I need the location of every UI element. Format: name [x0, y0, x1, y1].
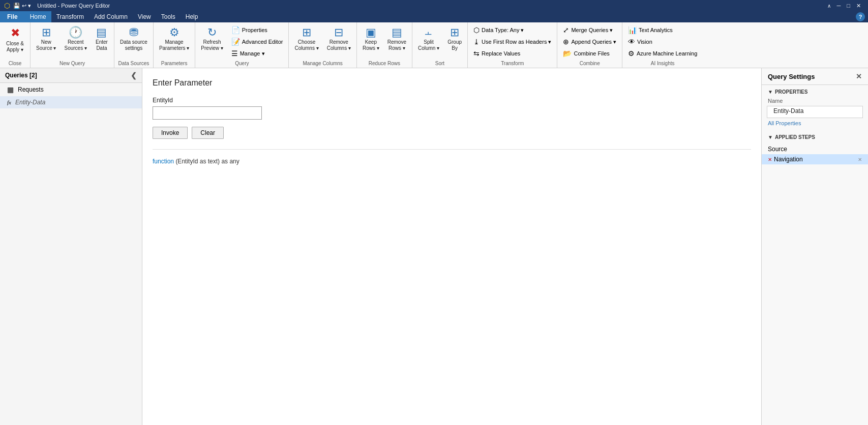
refresh-preview-button[interactable]: ↻ RefreshPreview ▾ [197, 24, 226, 54]
close-apply-label: Close &Apply ▾ [6, 41, 24, 53]
step-source[interactable]: Source [762, 144, 868, 154]
menu-transform[interactable]: Transform [51, 11, 89, 22]
query-item-entity-data[interactable]: fx Entity-Data [0, 96, 142, 108]
split-column-button[interactable]: ⫠ SplitColumn ▾ [414, 24, 443, 54]
query-col: 📄 Properties 📝 Advanced Editor ☰ Manage … [228, 24, 287, 59]
all-properties-link[interactable]: All Properties [762, 119, 868, 130]
refresh-label: RefreshPreview ▾ [201, 39, 223, 51]
choose-columns-button[interactable]: ⊞ ChooseColumns ▾ [291, 24, 322, 54]
close-apply-button[interactable]: ✖ Close &Apply ▾ [2, 24, 28, 55]
advanced-editor-icon: 📝 [231, 38, 240, 46]
ribbon-group-sort: ⫠ SplitColumn ▾ ⊞ GroupBy Sort [412, 22, 468, 68]
clear-button[interactable]: Clear [192, 127, 224, 139]
minimize-button[interactable]: ─ [834, 0, 844, 11]
ribbon-transform-content: ⬡ Data Type: Any ▾ ⤓ Use First Row as He… [470, 24, 555, 59]
menu-home[interactable]: Home [25, 11, 51, 22]
text-analytics-button[interactable]: 📊 Text Analytics [624, 24, 701, 36]
merge-queries-label: Merge Queries ▾ [571, 27, 613, 34]
requests-icon: ▦ [7, 86, 14, 94]
recent-sources-button[interactable]: 🕐 RecentSources ▾ [61, 24, 90, 54]
step-error-icon: ✕ [768, 157, 772, 162]
manage-parameters-button[interactable]: ⚙ ManageParameters ▾ [156, 24, 193, 54]
entity-data-label: Entity-Data [15, 99, 45, 106]
ribbon-label-sort: Sort [414, 59, 465, 68]
close-button[interactable]: ✕ [853, 0, 864, 11]
manage-parameters-label: ManageParameters ▾ [159, 39, 189, 51]
azure-ml-label: Azure Machine Learning [637, 50, 697, 56]
data-type-label: Data Type: Any ▾ [482, 27, 524, 34]
combine-col: ⤢ Merge Queries ▾ ⊕ Append Queries ▾ 📂 C… [559, 24, 620, 59]
combine-files-button[interactable]: 📂 Combine Files [559, 48, 620, 59]
manage-parameters-icon: ⚙ [169, 27, 179, 38]
advanced-editor-button[interactable]: 📝 Advanced Editor [228, 36, 287, 47]
ribbon-group-parameters: ⚙ ManageParameters ▾ Parameters [154, 22, 195, 68]
ribbon-group-manage-columns: ⊞ ChooseColumns ▾ ⊟ RemoveColumns ▾ Mana… [289, 22, 357, 68]
qs-name-label: Name [762, 97, 868, 105]
collapse-sidebar-button[interactable]: ❮ [131, 71, 137, 79]
vision-icon: 👁 [628, 38, 635, 46]
keep-rows-label: KeepRows ▾ [363, 39, 379, 51]
enter-parameter-title: Enter Parameter [153, 78, 751, 88]
remove-rows-button[interactable]: ▤ RemoveRows ▾ [384, 24, 410, 54]
ribbon: ✖ Close &Apply ▾ Close ⊞ NewSource ▾ 🕐 R… [0, 22, 868, 68]
data-source-settings-button[interactable]: ⛃ Data sourcesettings [116, 24, 151, 54]
function-keyword: function [153, 158, 174, 165]
step-navigation[interactable]: ✕ Navigation ✕ [762, 154, 868, 164]
requests-label: Requests [18, 86, 44, 93]
queries-title: Queries [2] [5, 72, 37, 79]
ribbon-group-transform: ⬡ Data Type: Any ▾ ⤓ Use First Row as He… [468, 22, 557, 68]
vision-button[interactable]: 👁 Vision [624, 36, 701, 47]
use-first-row-button[interactable]: ⤓ Use First Row as Headers ▾ [470, 36, 555, 47]
properties-icon: 📄 [231, 26, 240, 34]
queries-sidebar: Queries [2] ❮ ▦ Requests fx Entity-Data [0, 68, 142, 425]
help-icon[interactable]: ? [856, 12, 865, 21]
applied-steps-section-label: APPLIED STEPS [775, 134, 815, 140]
menu-bar: File Home Transform Add Column View Tool… [0, 11, 868, 22]
menu-view[interactable]: View [133, 11, 156, 22]
qs-close-button[interactable]: ✕ [856, 72, 862, 80]
ribbon-parameters-content: ⚙ ManageParameters ▾ [156, 24, 193, 59]
properties-button[interactable]: 📄 Properties [228, 24, 287, 36]
button-group: Invoke Clear [153, 127, 751, 139]
menu-help[interactable]: Help [181, 11, 203, 22]
remove-columns-icon: ⊟ [334, 27, 343, 38]
replace-values-icon: ⇆ [473, 49, 480, 58]
enter-data-button[interactable]: ▤ EnterData [92, 24, 112, 54]
menu-file[interactable]: File [0, 11, 25, 22]
menu-tools[interactable]: Tools [156, 11, 181, 22]
data-type-button[interactable]: ⬡ Data Type: Any ▾ [470, 24, 555, 36]
qs-applied-steps-section: ▼ APPLIED STEPS [762, 130, 868, 142]
menu-add-column[interactable]: Add Column [89, 11, 133, 22]
main-container: Queries [2] ❮ ▦ Requests fx Entity-Data … [0, 68, 868, 425]
new-source-button[interactable]: ⊞ NewSource ▾ [33, 24, 59, 54]
group-by-button[interactable]: ⊞ GroupBy [444, 24, 465, 54]
ribbon-group-combine: ⤢ Merge Queries ▾ ⊕ Append Queries ▾ 📂 C… [557, 22, 622, 68]
remove-columns-button[interactable]: ⊟ RemoveColumns ▾ [323, 24, 354, 54]
choose-columns-label: ChooseColumns ▾ [294, 39, 318, 51]
ribbon-label-query: Query [197, 59, 286, 68]
replace-values-button[interactable]: ⇆ Replace Values [470, 48, 555, 59]
keep-rows-button[interactable]: ▣ KeepRows ▾ [359, 24, 383, 54]
ribbon-label-transform: Transform [470, 59, 555, 68]
close-apply-icon: ✖ [11, 26, 20, 40]
combine-files-icon: 📂 [563, 49, 572, 58]
expand-icon[interactable]: ∧ [827, 3, 831, 9]
append-queries-label: Append Queries ▾ [571, 39, 616, 45]
entity-data-icon: fx [7, 99, 11, 105]
maximize-button[interactable]: □ [844, 0, 853, 11]
entity-id-input[interactable] [153, 106, 262, 120]
ai-col: 📊 Text Analytics 👁 Vision ⚙ Azure Machin… [624, 24, 701, 59]
ribbon-group-reduce-rows: ▣ KeepRows ▾ ▤ RemoveRows ▾ Reduce Rows [357, 22, 412, 68]
azure-ml-button[interactable]: ⚙ Azure Machine Learning [624, 48, 701, 59]
append-queries-button[interactable]: ⊕ Append Queries ▾ [559, 36, 620, 47]
manage-button[interactable]: ☰ Manage ▾ [228, 48, 287, 59]
vision-label: Vision [637, 39, 652, 45]
qs-header: Query Settings ✕ [762, 68, 868, 85]
merge-queries-button[interactable]: ⤢ Merge Queries ▾ [559, 24, 620, 36]
ribbon-group-ai-insights: 📊 Text Analytics 👁 Vision ⚙ Azure Machin… [622, 22, 703, 68]
query-item-requests[interactable]: ▦ Requests [0, 83, 142, 96]
function-signature: function (EntityId as text) as any [153, 149, 751, 165]
ribbon-group-data-sources: ⛃ Data sourcesettings Data Sources [114, 22, 154, 68]
step-delete-button[interactable]: ✕ [858, 157, 862, 162]
invoke-button[interactable]: Invoke [153, 127, 188, 139]
